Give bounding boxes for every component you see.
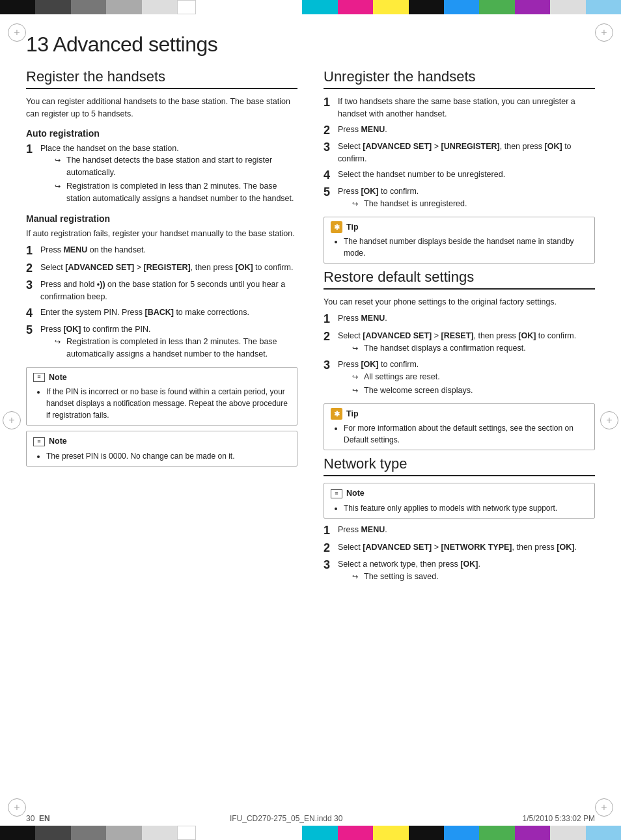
color-swatch-magenta <box>338 0 373 14</box>
arrow-text: The setting is saved. <box>364 571 439 583</box>
footer: 30 EN IFU_CD270-275_05_EN.indd 30 1/5/20… <box>26 814 595 823</box>
color-swatch <box>177 826 196 840</box>
step-content: Select [ADVANCED SET] > [NETWORK TYPE], … <box>338 541 595 554</box>
step-content: Press MENU. <box>338 524 595 536</box>
step-item: 5 Press [OK] to confirm. ↪ The handset i… <box>324 185 595 211</box>
step-item: 1 Press MENU on the handset. <box>26 244 297 258</box>
arrow-item: ↪ Registration is completed in less than… <box>55 180 297 205</box>
step-item: 1 Press MENU. <box>324 312 595 327</box>
color-swatch-purple <box>515 826 550 840</box>
step-item: 3 Press and hold •)) on the base station… <box>26 278 297 303</box>
tip-header: ✱ Tip <box>331 221 588 234</box>
arrow-text: Registration is completed in less than 2… <box>66 180 297 205</box>
note-icon: ≡ <box>331 489 342 498</box>
arrow-symbol: ↪ <box>352 385 364 396</box>
step-item: 2 Press MENU. <box>324 124 595 138</box>
step-number: 1 <box>324 524 338 538</box>
step-number: 5 <box>26 323 40 338</box>
step-content: Select [ADVANCED SET] > [UNREGISTER], th… <box>338 141 595 165</box>
chapter-title: 13 Advanced settings <box>26 33 595 57</box>
color-swatch-lightblue <box>586 0 621 14</box>
color-swatch <box>35 0 70 14</box>
registration-mark-topleft <box>8 23 26 42</box>
step-item: 1 Press MENU. <box>324 524 595 538</box>
step-text: Place the handset on the base station. <box>40 144 179 153</box>
color-swatch-yellow <box>373 0 408 14</box>
color-swatch-magenta <box>338 826 373 840</box>
step-number: 1 <box>324 312 338 327</box>
unregister-handsets-title: Unregister the handsets <box>324 68 595 89</box>
step-content: Press MENU on the handset. <box>40 244 297 256</box>
step-number: 4 <box>26 306 40 321</box>
manual-registration-title: Manual registration <box>26 213 297 224</box>
arrow-item: ↪ Registration is completed in less than… <box>55 336 297 360</box>
color-swatch <box>71 0 106 14</box>
step-number: 3 <box>324 141 338 155</box>
step-item: 2 Select [ADVANCED SET] > [REGISTER], th… <box>26 262 297 276</box>
color-swatch-green <box>479 826 514 840</box>
arrow-item: ↪ The handset displays a confirmation re… <box>352 342 595 355</box>
step-number: 1 <box>26 142 40 157</box>
left-column: Register the handsets You can register a… <box>26 68 297 588</box>
step-item: 3 Select a network type, then press [OK]… <box>324 558 595 584</box>
note-label: Note <box>49 435 67 448</box>
note-header: ≡ Note <box>33 372 290 384</box>
step-number: 4 <box>324 169 338 183</box>
note-box-2: ≡ Note The preset PIN is 0000. No change… <box>26 431 297 467</box>
tip-box-unregister: ✱ Tip The handset number displays beside… <box>324 217 595 264</box>
arrow-symbol: ↪ <box>55 181 66 192</box>
arrow-symbol: ↪ <box>55 336 66 347</box>
step-number: 2 <box>324 124 338 138</box>
arrow-item: ↪ The welcome screen displays. <box>352 385 595 397</box>
registration-mark-topright <box>595 23 613 42</box>
step-content: Select [ADVANCED SET] > [RESET], then pr… <box>338 330 595 356</box>
arrow-symbol: ↪ <box>352 343 364 354</box>
step-item: 2 Select [ADVANCED SET] > [NETWORK TYPE]… <box>324 541 595 556</box>
step-content: Press [OK] to confirm. ↪ The handset is … <box>338 185 595 211</box>
step-item: 3 Select [ADVANCED SET] > [UNREGISTER], … <box>324 141 595 165</box>
note-header: ≡ Note <box>331 487 588 500</box>
step-content: Enter the system PIN. Press [BACK] to ma… <box>40 306 297 319</box>
main-content: 13 Advanced settings Register the handse… <box>26 33 595 807</box>
register-handsets-intro: You can register additional handsets to … <box>26 96 297 120</box>
color-swatch <box>0 0 35 14</box>
color-swatch <box>177 0 196 14</box>
manual-registration-intro: If auto registration fails, register you… <box>26 228 297 240</box>
step-content: Place the handset on the base station. ↪… <box>40 142 297 206</box>
step-item: 1 Place the handset on the base station.… <box>26 142 297 206</box>
step-number: 3 <box>324 558 338 573</box>
step-content: Select a network type, then press [OK]. … <box>338 558 595 584</box>
step-content: Press and hold •)) on the base station f… <box>40 278 297 303</box>
arrow-text: All settings are reset. <box>364 371 440 383</box>
step-number: 5 <box>324 185 338 200</box>
color-swatch-light <box>550 826 585 840</box>
arrow-symbol: ↪ <box>55 155 66 166</box>
color-swatch-blue <box>444 826 479 840</box>
step-content: If two handsets share the same base stat… <box>338 96 595 120</box>
registration-mark-right <box>600 411 618 429</box>
network-type-title: Network type <box>324 455 595 476</box>
arrow-symbol: ↪ <box>352 198 364 210</box>
note-item: If the PIN is incorrect or no base is fo… <box>46 386 290 421</box>
color-swatch-black <box>409 0 444 14</box>
registration-mark-left <box>3 411 21 429</box>
step-content: Press [OK] to confirm. ↪ All settings ar… <box>338 359 595 398</box>
step-item: 5 Press [OK] to confirm the PIN. ↪ Regis… <box>26 323 297 361</box>
step-number: 2 <box>324 330 338 344</box>
color-swatch-cyan <box>302 826 337 840</box>
note-item: This feature only applies to models with… <box>344 502 588 514</box>
tip-label: Tip <box>346 221 359 234</box>
step-content: Select the handset number to be unregist… <box>338 169 595 181</box>
right-column: Unregister the handsets 1 If two handset… <box>324 68 595 588</box>
step-number: 1 <box>26 244 40 258</box>
note-item: The preset PIN is 0000. No change can be… <box>46 450 290 462</box>
registration-mark-bottomleft <box>8 798 26 817</box>
unregister-steps: 1 If two handsets share the same base st… <box>324 96 595 211</box>
step-item: 3 Press [OK] to confirm. ↪ All settings … <box>324 359 595 398</box>
footer-file: IFU_CD270-275_05_EN.indd 30 <box>230 814 342 823</box>
step-number: 3 <box>26 278 40 293</box>
tip-label: Tip <box>346 408 359 420</box>
footer-date: 1/5/2010 5:33:02 PM <box>523 814 595 823</box>
note-items: The preset PIN is 0000. No change can be… <box>46 450 290 462</box>
step-content: Press [OK] to confirm the PIN. ↪ Registr… <box>40 323 297 361</box>
